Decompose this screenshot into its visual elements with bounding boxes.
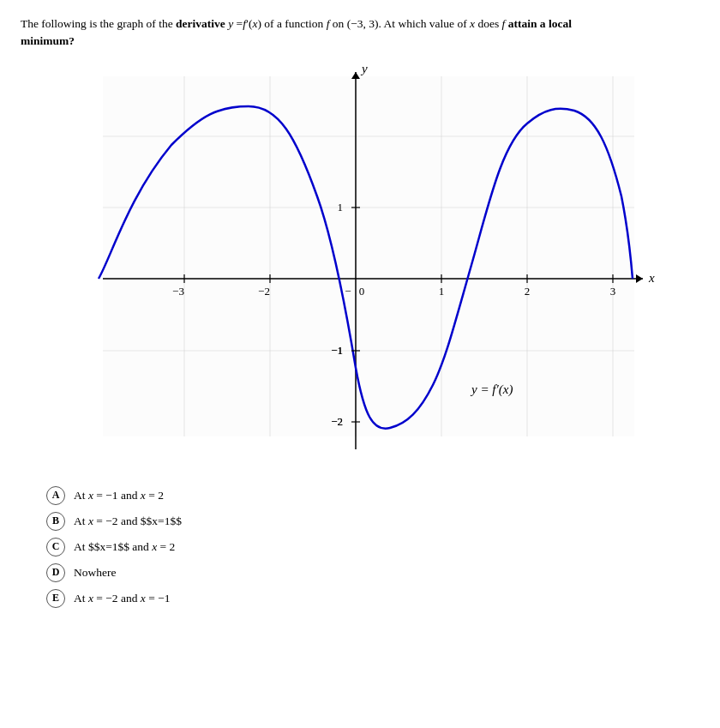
option-c-circle: C [46,538,65,557]
option-c-text: At $$x=1$$ and x = 2 [74,540,175,554]
option-b-circle: B [46,512,65,531]
minimum-label: minimum? [21,34,75,47]
option-d[interactable]: D Nowhere [46,563,699,582]
page: The following is the graph of the deriva… [0,0,720,622]
y-axis-label: y [360,62,368,75]
svg-text:−2: −2 [331,415,343,428]
option-a-text: At x = −1 and x = 2 [74,489,164,502]
question-text: The following is the graph of the deriva… [21,15,699,51]
svg-marker-13 [636,274,643,283]
bold-derivative: derivative [176,17,225,30]
tick-neg2: −2 [258,285,270,298]
function-label: y = f′(x) [470,382,513,397]
option-d-text: Nowhere [74,566,116,580]
svg-marker-14 [351,72,360,79]
option-d-circle: D [46,563,65,582]
tick-3: 3 [610,285,616,298]
option-e[interactable]: E At x = −2 and x = −1 [46,589,699,608]
graph-container: x y −3 −2 − 0 1 2 3 1 −1 −2 −2 −1 y = f′ [51,59,669,471]
option-e-circle: E [46,589,65,608]
attain-local: attain a local [508,17,572,30]
svg-rect-0 [103,76,634,436]
option-b[interactable]: B At x = −2 and $$x=1$$ [46,512,699,531]
equation-label: y =f′(x) [228,17,261,30]
x-axis-label: x [648,271,655,285]
option-b-text: At x = −2 and $$x=1$$ [74,514,182,528]
option-e-text: At x = −2 and x = −1 [74,592,171,605]
and-word: and [121,592,138,605]
graph-svg: x y −3 −2 − 0 1 2 3 1 −1 −2 −2 −1 y = f′ [51,59,669,471]
svg-text:−1: −1 [331,344,343,357]
options-list: A At x = −1 and x = 2 B At x = −2 and $$… [21,486,699,608]
tick-0: 0 [359,285,365,298]
option-a[interactable]: A At x = −1 and x = 2 [46,486,699,505]
option-a-circle: A [46,486,65,505]
tick-neg1: − [345,285,351,298]
tick-y1: 1 [338,201,344,214]
tick-neg3: −3 [172,285,184,298]
tick-1: 1 [439,285,445,298]
option-c[interactable]: C At $$x=1$$ and x = 2 [46,538,699,557]
tick-2: 2 [525,285,531,298]
